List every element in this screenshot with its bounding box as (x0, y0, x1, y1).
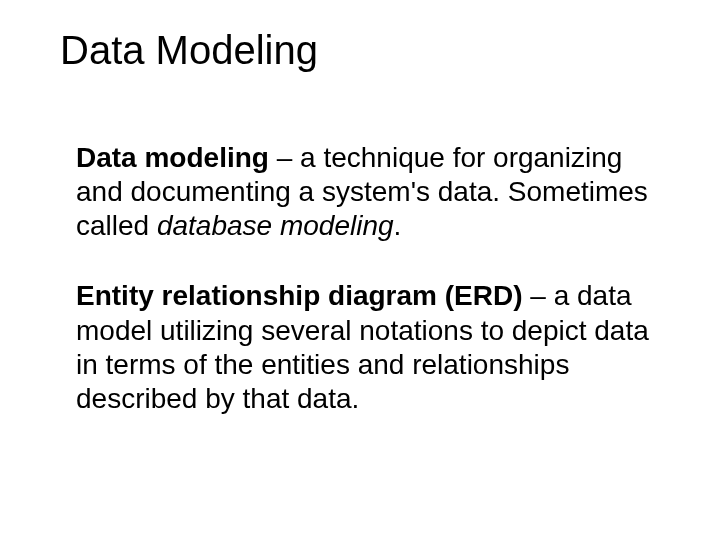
separator: – (523, 280, 554, 311)
page-title: Data Modeling (60, 28, 662, 73)
definition-data-modeling: Data modeling – a technique for organizi… (76, 141, 662, 243)
term-data-modeling: Data modeling (76, 142, 269, 173)
italic-term: database modeling (157, 210, 394, 241)
definition-erd: Entity relationship diagram (ERD) – a da… (76, 279, 662, 416)
separator: – (269, 142, 300, 173)
period: . (394, 210, 402, 241)
term-erd: Entity relationship diagram (ERD) (76, 280, 523, 311)
